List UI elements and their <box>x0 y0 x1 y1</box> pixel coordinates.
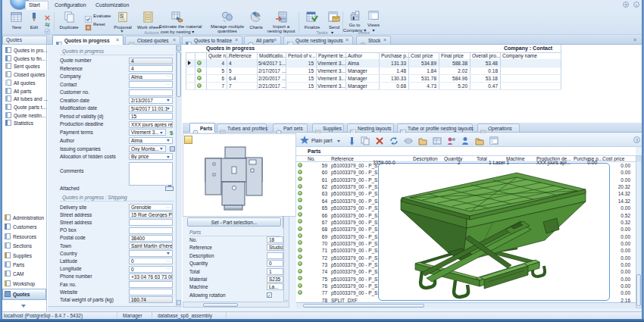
svg-text:$: $ <box>120 13 123 18</box>
